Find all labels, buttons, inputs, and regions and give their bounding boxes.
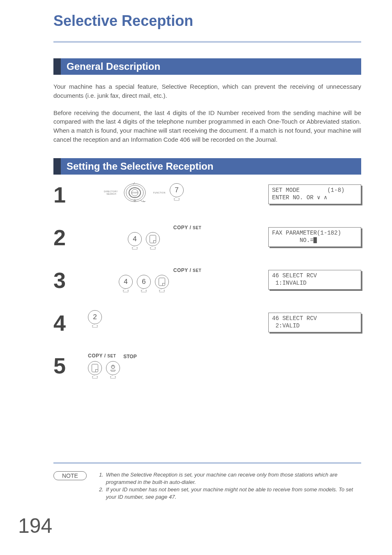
key-4: 4 bbox=[119, 275, 133, 294]
section-heading-general: General Description bbox=[53, 58, 361, 75]
page-number: 194 bbox=[18, 514, 52, 538]
stop-label: STOP bbox=[123, 354, 136, 359]
key-4-circle: 4 bbox=[128, 232, 142, 246]
press-hand-icon bbox=[90, 374, 100, 380]
note-badge: NOTE bbox=[53, 471, 87, 480]
function-dial-icon: START bbox=[120, 182, 149, 203]
key-7: 7 bbox=[170, 183, 184, 202]
general-paragraph-1: Your machine has a special feature, Sele… bbox=[53, 82, 361, 100]
step-5-row: 5 COPY / SET STOP bbox=[53, 353, 361, 392]
press-hand-icon bbox=[108, 374, 118, 380]
svg-text:START: START bbox=[131, 191, 138, 194]
step-number: 1 bbox=[53, 182, 86, 206]
press-hand-icon bbox=[121, 288, 131, 294]
step-number: 3 bbox=[53, 267, 86, 291]
step-3-row: 3 COPY / SET 4 6 bbox=[53, 267, 361, 307]
lcd-step-3: 46 SELECT RCV 1:INVALID bbox=[268, 270, 361, 290]
press-hand-icon bbox=[157, 288, 167, 294]
lcd-step-2: FAX PARAMETER(1-182) NO.=█ bbox=[268, 227, 361, 247]
step-2-row: 2 COPY / SET 4 FAX PARAMETER(1-182) NO.=… bbox=[53, 225, 361, 264]
note-item-1: 1. When the Selective Reception is set, … bbox=[99, 471, 361, 486]
press-hand-icon bbox=[139, 288, 149, 294]
press-hand-icon bbox=[172, 196, 182, 202]
dial-label-right: FUNCTION bbox=[153, 191, 166, 194]
lcd-step-1: SET MODE (1-8) ENTER NO. OR ∨ ∧ bbox=[268, 184, 361, 204]
set-button bbox=[155, 275, 169, 294]
step-number: 2 bbox=[53, 225, 86, 249]
key-2: 2 bbox=[88, 310, 102, 329]
note-item-text: When the Selective Reception is set, you… bbox=[106, 471, 361, 486]
stop-button bbox=[106, 361, 120, 380]
copy-set-label: COPY / SET bbox=[173, 267, 201, 273]
key-7-circle: 7 bbox=[170, 183, 184, 197]
set-button bbox=[146, 232, 160, 251]
key-6: 6 bbox=[137, 275, 151, 294]
step-number: 5 bbox=[53, 353, 86, 377]
note-block: NOTE 1. When the Selective Reception is … bbox=[53, 471, 361, 501]
step-1-row: 1 DIRECTORY SEARCH START bbox=[53, 182, 361, 221]
press-hand-icon bbox=[90, 323, 100, 329]
stop-button-icon bbox=[106, 361, 120, 375]
set-button-icon bbox=[146, 232, 160, 246]
press-hand-icon bbox=[148, 245, 158, 251]
copy-set-label: COPY / SET bbox=[88, 353, 116, 359]
set-button bbox=[88, 361, 102, 380]
dial-label-left: DIRECTORY SEARCH bbox=[104, 190, 116, 195]
note-separator bbox=[53, 462, 361, 464]
note-item-number: 1. bbox=[99, 471, 104, 486]
note-item-text: If your ID number has not been set, your… bbox=[106, 486, 361, 501]
set-button-icon bbox=[88, 361, 102, 375]
note-item-number: 2. bbox=[99, 486, 104, 501]
lcd-step-4: 46 SELECT RCV 2:VALID bbox=[268, 313, 361, 332]
section-heading-setting: Setting the Selective Reception bbox=[53, 158, 361, 175]
press-hand-icon bbox=[130, 245, 140, 251]
step-4-row: 4 2 46 SELECT RCV 2:VALID bbox=[53, 310, 361, 350]
svg-line-6 bbox=[133, 182, 135, 184]
key-4: 4 bbox=[128, 232, 142, 251]
set-button-icon bbox=[155, 275, 169, 289]
copy-set-label: COPY / SET bbox=[173, 225, 201, 230]
note-item-2: 2. If your ID number has not been set, y… bbox=[99, 486, 361, 501]
key-2-circle: 2 bbox=[88, 310, 102, 324]
step-number: 4 bbox=[53, 310, 86, 334]
key-4-circle: 4 bbox=[119, 275, 133, 289]
page-title: Selective Reception bbox=[53, 12, 361, 30]
key-6-circle: 6 bbox=[137, 275, 151, 289]
title-underline bbox=[53, 41, 361, 43]
general-paragraph-2: Before receiving the document, the last … bbox=[53, 108, 361, 144]
